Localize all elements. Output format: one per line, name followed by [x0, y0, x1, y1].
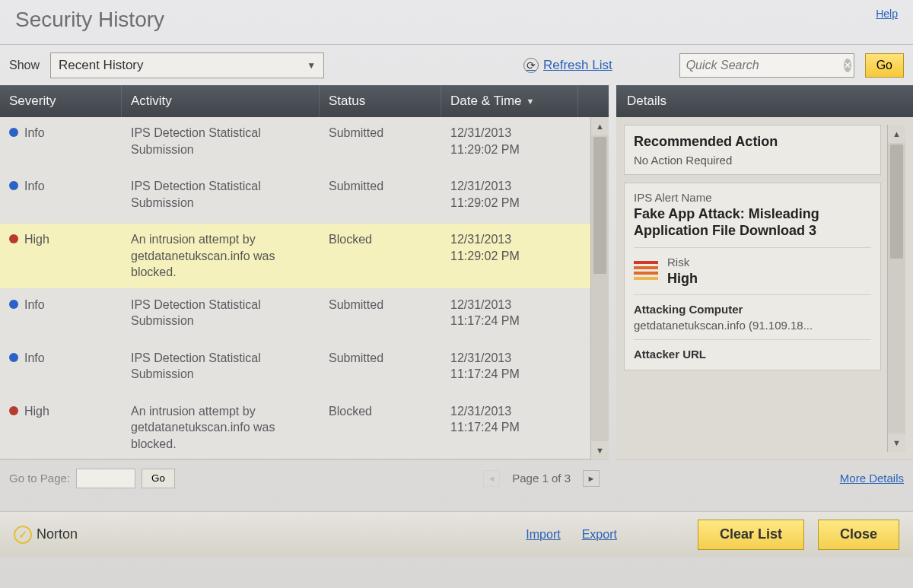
show-label: Show [9, 59, 40, 72]
datetime-value: 12/31/201311:17:24 PM [441, 350, 578, 383]
page-next-button[interactable]: ► [583, 470, 600, 487]
table-row[interactable]: InfoIPS Detection Statistical Submission… [0, 117, 590, 170]
refresh-list-link[interactable]: ⟳ Refresh List [523, 58, 612, 73]
window-title: Security History [15, 8, 164, 32]
severity-value: Info [24, 125, 45, 141]
severity-value: Info [24, 350, 45, 367]
severity-dot-icon [9, 181, 18, 190]
clear-list-button[interactable]: Clear List [698, 520, 804, 550]
attacker-url-label: Attacker URL [634, 348, 871, 361]
dropdown-selected-value: Recent History [59, 58, 143, 73]
goto-page-label: Go to Page: [9, 472, 70, 485]
datetime-value: 12/31/201311:29:02 PM [441, 231, 578, 264]
status-value: Submitted [320, 297, 441, 313]
severity-dot-icon [9, 406, 18, 415]
brand-name: Norton [37, 526, 78, 542]
risk-label: Risk [667, 256, 698, 269]
export-link[interactable]: Export [582, 528, 617, 542]
datetime-value: 12/31/201311:29:02 PM [441, 178, 578, 211]
recommended-action-value: No Action Required [634, 154, 871, 167]
pager: Go to Page: Go ◄ Page 1 of 3 ► [0, 459, 609, 496]
close-button[interactable]: Close [818, 520, 899, 550]
details-scroll-up-icon[interactable]: ▲ [888, 125, 905, 143]
event-table-body: InfoIPS Detection Statistical Submission… [0, 117, 590, 459]
search-go-button[interactable]: Go [865, 53, 904, 78]
activity-value: An intrusion attempt by getdatanetukscan… [122, 231, 320, 281]
table-row[interactable]: InfoIPS Detection Statistical Submission… [0, 342, 590, 396]
page-prev-button[interactable]: ◄ [483, 470, 500, 487]
history-filter-dropdown[interactable]: Recent History ▼ [50, 52, 324, 78]
severity-dot-icon [9, 300, 18, 309]
alert-info-panel: IPS Alert Name Fake App Attack: Misleadi… [624, 183, 881, 371]
attacking-computer-value: getdatanetukscan.info (91.109.18... [634, 319, 871, 332]
details-scroll-down-icon[interactable]: ▼ [888, 434, 905, 452]
datetime-value: 12/31/201311:17:24 PM [441, 297, 578, 329]
activity-value: IPS Detection Statistical Submission [122, 178, 320, 211]
table-header: Severity Activity Status Date & Time [0, 85, 609, 117]
col-datetime[interactable]: Date & Time [441, 85, 578, 117]
brand-logo: ✓ Norton [14, 526, 78, 544]
status-value: Submitted [320, 178, 441, 195]
import-link[interactable]: Import [526, 528, 560, 542]
severity-dot-icon [9, 353, 18, 362]
details-header: Details [616, 85, 913, 117]
chevron-down-icon: ▼ [307, 60, 316, 71]
table-scrollbar[interactable]: ▲ ▼ [590, 117, 609, 459]
clear-search-icon[interactable]: ✕ [844, 59, 851, 72]
risk-level-icon [634, 261, 658, 281]
page-indicator: Page 1 of 3 [512, 472, 571, 485]
attacking-computer-label: Attacking Computer [634, 303, 871, 316]
alert-name-value: Fake App Attack: Misleading Application … [634, 205, 871, 240]
recommended-action-label: Recommended Action [634, 133, 871, 151]
severity-value: Info [24, 297, 45, 313]
col-status[interactable]: Status [320, 85, 441, 117]
details-scroll-thumb[interactable] [890, 145, 903, 259]
alert-name-label: IPS Alert Name [634, 191, 871, 204]
col-activity[interactable]: Activity [122, 85, 320, 117]
table-row[interactable]: InfoIPS Detection Statistical Submission… [0, 170, 590, 224]
quick-search-box[interactable]: ✕ [679, 53, 854, 78]
risk-value: High [667, 270, 698, 288]
recommended-action-panel: Recommended Action No Action Required [624, 125, 881, 175]
datetime-value: 12/31/201311:29:02 PM [441, 125, 578, 157]
toolbar: Show Recent History ▼ ⟳ Refresh List ✕ G… [0, 44, 913, 85]
col-severity[interactable]: Severity [0, 85, 122, 117]
more-details-link[interactable]: More Details [840, 472, 904, 485]
table-row[interactable]: HighAn intrusion attempt by getdatanetuk… [0, 396, 590, 459]
scroll-thumb[interactable] [593, 137, 606, 274]
scroll-down-icon[interactable]: ▼ [591, 441, 609, 459]
severity-dot-icon [9, 234, 18, 243]
severity-value: High [24, 403, 49, 420]
activity-value: An intrusion attempt by getdatanetukscan… [122, 403, 320, 453]
scroll-up-icon[interactable]: ▲ [591, 117, 609, 135]
search-input[interactable] [686, 59, 839, 72]
help-link[interactable]: Help [876, 8, 898, 20]
status-value: Blocked [320, 231, 441, 248]
refresh-icon: ⟳ [523, 58, 539, 73]
footer: ✓ Norton Import Export Clear List Close [0, 511, 913, 557]
activity-value: IPS Detection Statistical Submission [122, 350, 320, 383]
activity-value: IPS Detection Statistical Submission [122, 297, 320, 329]
table-row[interactable]: InfoIPS Detection Statistical Submission… [0, 289, 590, 342]
status-value: Submitted [320, 350, 441, 367]
status-value: Submitted [320, 125, 441, 141]
table-row[interactable]: HighAn intrusion attempt by getdatanetuk… [0, 224, 590, 289]
severity-value: Info [24, 178, 45, 195]
severity-dot-icon [9, 128, 18, 137]
severity-value: High [24, 231, 49, 248]
check-icon: ✓ [14, 526, 32, 544]
details-scrollbar[interactable]: ▲ ▼ [887, 125, 905, 452]
activity-value: IPS Detection Statistical Submission [122, 125, 320, 157]
status-value: Blocked [320, 403, 441, 420]
goto-page-button[interactable]: Go [142, 469, 175, 488]
datetime-value: 12/31/201311:17:24 PM [441, 403, 578, 436]
goto-page-input[interactable] [76, 469, 135, 488]
